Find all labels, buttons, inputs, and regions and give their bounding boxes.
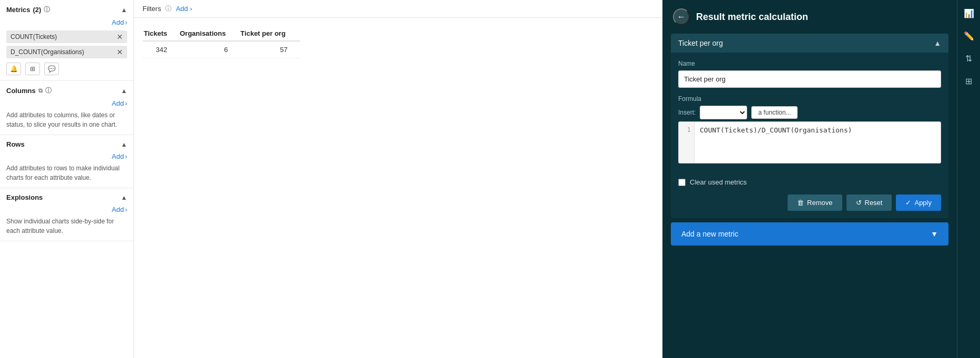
metrics-count: (2) xyxy=(33,6,42,14)
columns-title-text: Columns xyxy=(6,87,36,95)
cell-ticket-per-org: 57 xyxy=(240,41,300,58)
pencil-icon[interactable]: ✏️ xyxy=(962,29,976,43)
panel-title: Result metric calculation xyxy=(696,12,808,23)
explosions-header: Explosions ▲ xyxy=(6,193,127,201)
metrics-collapse-icon[interactable]: ▲ xyxy=(121,6,127,14)
reset-label: Reset xyxy=(865,199,883,207)
main-content: Filters ⓘ Add › Tickets Organisations Ti… xyxy=(134,0,662,358)
columns-title: Columns ⧉ ⓘ xyxy=(6,86,52,95)
metric-card-header: Ticket per org ▲ xyxy=(671,34,948,53)
metrics-add-arrow: › xyxy=(125,18,127,26)
rows-add-arrow: › xyxy=(125,152,127,160)
apply-icon: ✓ xyxy=(905,199,911,207)
cell-tickets: 342 xyxy=(142,41,180,58)
metric-card-name: Ticket per org xyxy=(678,39,723,47)
filters-label: Filters xyxy=(142,5,161,13)
table-header: Tickets Organisations Ticket per org xyxy=(142,26,300,41)
remove-button[interactable]: 🗑 Remove xyxy=(788,195,842,211)
explosions-desc: Show individual charts side-by-side for … xyxy=(6,217,127,236)
rows-section: Rows ▲ Add › Add attributes to rows to m… xyxy=(0,135,134,188)
cell-organisations: 6 xyxy=(180,41,240,58)
columns-copy-icon: ⧉ xyxy=(38,87,43,94)
panel-header: ← Result metric calculation xyxy=(662,0,957,34)
columns-section: Columns ⧉ ⓘ ▲ Add › Add attributes to co… xyxy=(0,81,134,135)
columns-add-arrow: › xyxy=(125,99,127,107)
explosions-collapse-icon[interactable]: ▲ xyxy=(121,194,127,201)
explosions-add-arrow: › xyxy=(125,206,127,213)
metrics-add-link[interactable]: Add xyxy=(112,18,124,26)
alarm-icon-btn[interactable]: 🔔 xyxy=(6,63,21,75)
metric-card: Ticket per org ▲ Name Formula Insert: a … xyxy=(671,34,948,218)
metrics-header: Metrics (2) ⓘ ▲ xyxy=(6,5,127,14)
col-organisations: Organisations xyxy=(180,26,240,41)
remove-icon: 🗑 xyxy=(797,199,804,207)
data-table: Tickets Organisations Ticket per org 342… xyxy=(142,26,300,58)
metric-card-collapse-icon[interactable]: ▲ xyxy=(934,39,941,47)
metrics-icon-row: 🔔 ⊞ 💬 xyxy=(6,63,127,75)
columns-add-link[interactable]: Add xyxy=(112,99,124,107)
filters-add-link[interactable]: Add › xyxy=(176,5,192,13)
clear-metrics-checkbox[interactable] xyxy=(678,179,686,186)
clear-metrics-row: Clear used metrics xyxy=(671,171,948,189)
line-number-1: 1 xyxy=(682,126,691,134)
table-header-row: Tickets Organisations Ticket per org xyxy=(142,26,300,41)
metric-chip-count-tickets[interactable]: COUNT(Tickets) ✕ xyxy=(6,30,127,43)
reset-button[interactable]: ↺ Reset xyxy=(846,195,892,211)
explosions-title-text: Explosions xyxy=(6,193,43,201)
explosions-section: Explosions ▲ Add › Show individual chart… xyxy=(0,188,134,241)
insert-select[interactable] xyxy=(700,106,747,119)
explosions-add-link[interactable]: Add xyxy=(112,206,124,213)
remove-label: Remove xyxy=(807,199,832,207)
table-row: 342 6 57 xyxy=(142,41,300,58)
list-icon-btn[interactable]: ⊞ xyxy=(25,63,40,75)
rows-add-link[interactable]: Add xyxy=(112,152,124,160)
apply-button[interactable]: ✓ Apply xyxy=(896,195,941,211)
columns-desc: Add attributes to columns, like dates or… xyxy=(6,110,127,129)
icon-strip: 📊 ✏️ ⇅ ⊞ xyxy=(957,0,980,358)
filters-info-icon: ⓘ xyxy=(165,4,171,13)
rows-header: Rows ▲ xyxy=(6,140,127,148)
table-icon[interactable]: ⊞ xyxy=(963,74,974,88)
formula-text[interactable]: COUNT(Tickets)/D_COUNT(Organisations) xyxy=(695,122,941,163)
formula-section: Insert: a function... 1 COUNT(Tickets)/D… xyxy=(678,106,941,163)
metric-label-count-tickets: COUNT(Tickets) xyxy=(11,33,57,40)
formula-line-numbers: 1 xyxy=(679,122,695,163)
rows-title: Rows xyxy=(6,140,25,148)
reset-icon: ↺ xyxy=(856,199,862,207)
function-button[interactable]: a function... xyxy=(751,106,798,119)
name-input[interactable] xyxy=(678,70,941,88)
data-table-wrap: Tickets Organisations Ticket per org 342… xyxy=(134,18,662,358)
col-ticket-per-org: Ticket per org xyxy=(240,26,300,41)
columns-info-icon: ⓘ xyxy=(45,86,52,95)
name-field-label: Name xyxy=(678,60,941,67)
columns-header: Columns ⧉ ⓘ ▲ xyxy=(6,86,127,95)
add-metric-button[interactable]: Add a new metric ▼ xyxy=(671,222,948,246)
rows-title-text: Rows xyxy=(6,140,25,148)
formula-insert-row: Insert: a function... xyxy=(678,106,941,119)
left-sidebar: Metrics (2) ⓘ ▲ Add › COUNT(Tickets) ✕ D… xyxy=(0,0,134,358)
metric-chip-d-count-orgs[interactable]: D_COUNT(Organisations) ✕ xyxy=(6,46,127,58)
table-body: 342 6 57 xyxy=(142,41,300,58)
back-button[interactable]: ← xyxy=(673,8,690,25)
metrics-title-text: Metrics xyxy=(6,6,30,14)
back-icon: ← xyxy=(677,12,686,22)
metric-remove-count-tickets[interactable]: ✕ xyxy=(117,33,123,40)
columns-collapse-icon[interactable]: ▲ xyxy=(121,87,127,95)
filters-bar: Filters ⓘ Add › xyxy=(134,0,662,18)
metrics-info-icon: ⓘ xyxy=(44,5,50,14)
right-panel: ← Result metric calculation Ticket per o… xyxy=(662,0,957,358)
formula-editor: 1 COUNT(Tickets)/D_COUNT(Organisations) xyxy=(678,121,941,163)
chat-icon-btn[interactable]: 💬 xyxy=(44,63,59,75)
rows-desc: Add attributes to rows to make individua… xyxy=(6,163,127,182)
metrics-title: Metrics (2) ⓘ xyxy=(6,5,50,14)
metric-card-body: Name Formula Insert: a function... 1 COU… xyxy=(671,53,948,171)
rows-collapse-icon[interactable]: ▲ xyxy=(121,141,127,148)
clear-metrics-label: Clear used metrics xyxy=(690,178,747,186)
col-tickets: Tickets xyxy=(142,26,180,41)
metric-remove-d-count-orgs[interactable]: ✕ xyxy=(117,48,123,56)
sort-icon[interactable]: ⇅ xyxy=(963,52,974,66)
metrics-section: Metrics (2) ⓘ ▲ Add › COUNT(Tickets) ✕ D… xyxy=(0,0,134,81)
formula-field-label: Formula xyxy=(678,95,941,103)
explosions-title: Explosions xyxy=(6,193,43,201)
bar-chart-icon[interactable]: 📊 xyxy=(962,6,976,21)
